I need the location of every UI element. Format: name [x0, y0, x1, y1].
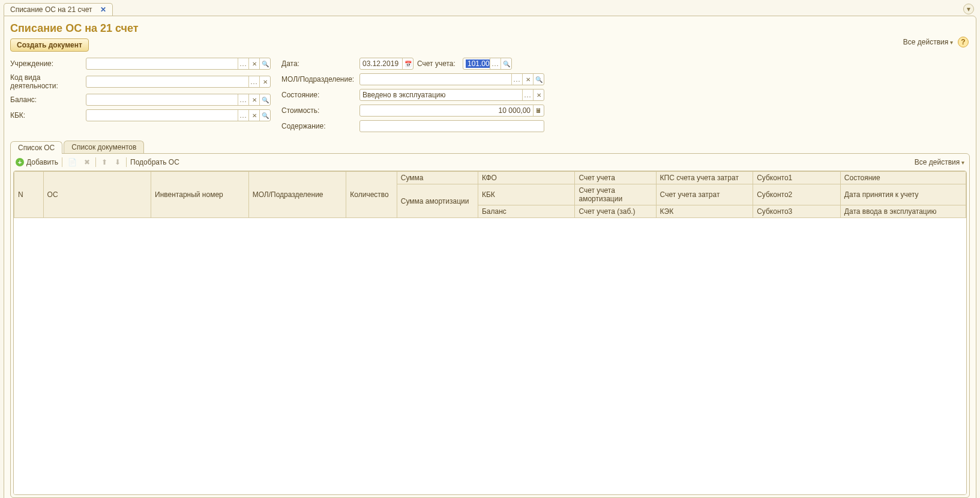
input-soderzhanie[interactable] — [359, 120, 544, 132]
add-label: Добавить — [26, 158, 58, 166]
col-date-vvod[interactable]: Дата ввода в эксплуатацию — [840, 205, 966, 218]
search-icon[interactable] — [259, 58, 270, 69]
search-icon[interactable] — [501, 58, 511, 69]
search-icon[interactable] — [533, 74, 544, 85]
input-mol[interactable] — [359, 73, 544, 85]
label-date: Дата: — [281, 59, 356, 68]
window-tab[interactable]: Списание ОС на 21 счет ✕ — [4, 3, 113, 16]
create-document-button[interactable]: Создать документ — [10, 38, 89, 52]
tab-spisok-os[interactable]: Список ОС — [10, 141, 62, 154]
all-actions-menu-toolbar[interactable]: Все действия — [915, 158, 964, 166]
clear-icon[interactable] — [522, 74, 533, 85]
ellipsis-icon[interactable] — [238, 110, 248, 121]
separator — [126, 157, 127, 167]
col-schet-amort[interactable]: Счет учета амортизации — [575, 184, 656, 205]
value-stoimost: 10 000,00 — [360, 106, 533, 115]
label-kod-vida: Код вида деятельности: — [10, 73, 82, 90]
ellipsis-icon[interactable] — [238, 94, 248, 105]
label-soderzhanie: Содержание: — [281, 122, 356, 130]
col-schet-zab[interactable]: Счет учета (заб.) — [575, 205, 656, 218]
os-grid[interactable]: N ОС Инвентарный номер МОЛ/Подразделение… — [13, 171, 967, 495]
grid-header: N ОС Инвентарный номер МОЛ/Подразделение… — [14, 172, 966, 218]
col-sost[interactable]: Состояние — [840, 172, 966, 184]
ellipsis-icon[interactable] — [490, 58, 501, 69]
value-date: 03.12.2019 — [360, 59, 402, 68]
arrow-down-icon: ⬇ — [113, 158, 122, 166]
col-sum[interactable]: Сумма — [397, 172, 478, 184]
label-balans: Баланс: — [10, 96, 82, 104]
label-kbk: КБК: — [10, 111, 82, 120]
clear-icon[interactable] — [248, 94, 259, 105]
input-sostoyanie[interactable]: Введено в эксплуатацию — [359, 89, 544, 101]
col-n[interactable]: N — [14, 172, 44, 218]
col-os[interactable]: ОС — [43, 172, 151, 218]
input-date[interactable]: 03.12.2019 — [359, 58, 413, 70]
input-kbk[interactable] — [86, 109, 271, 121]
value-sostoyanie: Введено в эксплуатацию — [360, 91, 522, 99]
close-icon[interactable]: ✕ — [100, 5, 106, 14]
col-kfo[interactable]: КФО — [478, 172, 575, 184]
label-uchrezhdenie: Учреждение: — [10, 59, 82, 68]
ellipsis-icon[interactable] — [511, 74, 522, 85]
clear-icon[interactable] — [533, 90, 544, 100]
delete-icon: ✖ — [82, 158, 92, 166]
col-kek[interactable]: КЭК — [656, 205, 753, 218]
clear-icon[interactable] — [259, 76, 270, 87]
input-kod-vida[interactable] — [86, 76, 271, 88]
all-actions-menu-top[interactable]: Все действия — [903, 38, 953, 46]
plus-icon: + — [16, 158, 24, 166]
separator — [62, 157, 62, 167]
col-schet[interactable]: Счет учета — [575, 172, 656, 184]
input-stoimost[interactable]: 10 000,00 — [359, 105, 544, 117]
col-qty[interactable]: Количество — [346, 172, 397, 218]
help-button[interactable]: ? — [958, 37, 969, 47]
label-stoimost: Стоимость: — [281, 106, 356, 115]
label-sostoyanie: Состояние: — [281, 91, 356, 99]
collapse-panel-button[interactable]: ▾ — [963, 4, 974, 14]
col-sum-amort[interactable]: Сумма амортизации — [397, 184, 478, 218]
label-schet-ucheta: Счет учета: — [417, 59, 459, 68]
clear-icon[interactable] — [248, 110, 259, 121]
tab-spisok-dokumentov[interactable]: Список документов — [64, 141, 144, 153]
col-kps[interactable]: КПС счета учета затрат — [656, 172, 753, 184]
page-title: Списание ОС на 21 счет — [10, 22, 970, 35]
pick-os-button[interactable]: Подобрать ОС — [130, 158, 179, 166]
label-mol: МОЛ/Подразделение: — [281, 75, 356, 84]
col-balans[interactable]: Баланс — [478, 205, 575, 218]
calculator-icon[interactable] — [533, 105, 544, 116]
value-schet-ucheta: 101.00 — [466, 59, 490, 68]
copy-icon: 📄 — [66, 158, 79, 166]
search-icon[interactable] — [259, 94, 270, 105]
col-inv[interactable]: Инвентарный номер — [151, 172, 249, 218]
add-button[interactable]: + Добавить — [16, 158, 58, 166]
calendar-icon[interactable] — [402, 58, 413, 69]
ellipsis-icon[interactable] — [248, 76, 259, 87]
clear-icon[interactable] — [248, 58, 259, 69]
col-sub2[interactable]: Субконто2 — [753, 184, 841, 205]
col-sub3[interactable]: Субконто3 — [753, 205, 841, 218]
col-kbk[interactable]: КБК — [478, 184, 575, 205]
ellipsis-icon[interactable] — [238, 58, 248, 69]
input-uchrezhdenie[interactable] — [86, 58, 271, 70]
input-balans[interactable] — [86, 94, 271, 106]
grid-body-empty[interactable] — [14, 218, 966, 494]
col-sub1[interactable]: Субконто1 — [753, 172, 841, 184]
arrow-up-icon: ⬆ — [100, 158, 109, 166]
separator — [95, 157, 96, 167]
input-schet-ucheta[interactable]: 101.00 — [463, 58, 512, 70]
search-icon[interactable] — [259, 110, 270, 121]
col-schet-zatrat[interactable]: Счет учета затрат — [656, 184, 753, 205]
chevron-down-icon: ▾ — [967, 5, 970, 13]
col-mol[interactable]: МОЛ/Подразделение — [248, 172, 346, 218]
tab-title: Списание ОС на 21 счет — [10, 5, 92, 14]
ellipsis-icon[interactable] — [522, 90, 533, 100]
col-date-prin[interactable]: Дата принятия к учету — [840, 184, 966, 205]
